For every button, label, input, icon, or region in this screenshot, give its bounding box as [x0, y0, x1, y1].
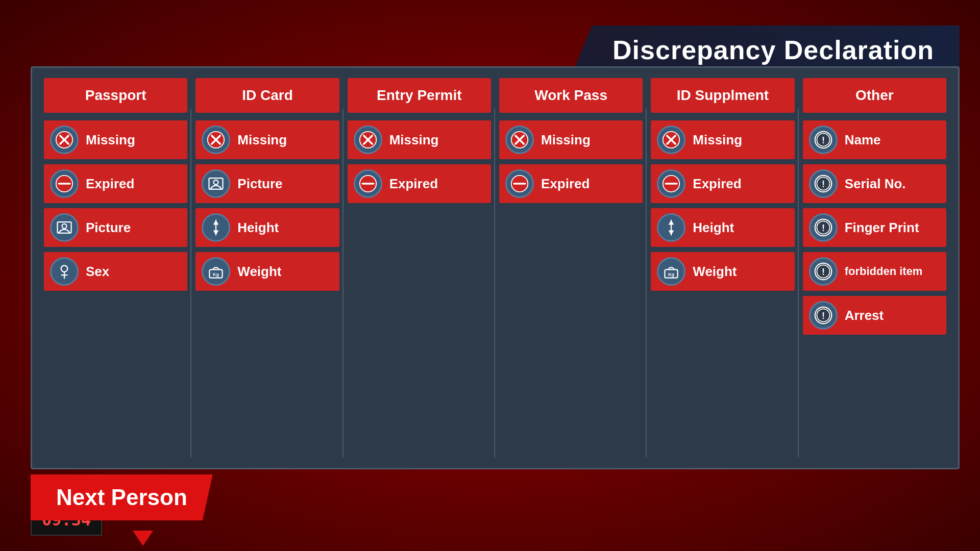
picture-icon-2	[202, 169, 230, 198]
svg-text:!: !	[822, 179, 825, 189]
column-header-id-supplment: ID Supplment	[651, 78, 794, 113]
other-serial-no[interactable]: ! Serial No.	[803, 164, 946, 203]
id-supplment-weight[interactable]: Kg Weight	[651, 252, 794, 291]
picture-icon	[50, 213, 79, 242]
no-icon-2	[354, 169, 382, 198]
passport-missing[interactable]: Missing	[44, 120, 187, 159]
entry-permit-missing[interactable]: Missing	[348, 120, 491, 159]
id-supplment-expired[interactable]: Expired	[651, 164, 794, 203]
page-title: Discrepancy Declaration	[612, 35, 934, 65]
no-icon-3	[505, 169, 534, 198]
exclaim-icon-5: !	[809, 301, 838, 330]
svg-text:!: !	[822, 135, 825, 145]
weight-icon: Kg	[202, 257, 230, 286]
x-icon-3	[354, 126, 382, 154]
no-icon	[50, 169, 79, 198]
svg-marker-35	[669, 230, 674, 235]
entry-permit-expired[interactable]: Expired	[348, 164, 491, 203]
sex-icon	[50, 257, 79, 286]
passport-picture[interactable]: Picture	[44, 208, 187, 247]
no-icon-4	[657, 169, 685, 198]
x-icon-2	[202, 126, 230, 154]
next-person-button[interactable]: Next Person	[31, 474, 213, 520]
main-container: Discrepancy Declaration Passport	[31, 26, 960, 531]
svg-text:Kg: Kg	[668, 272, 674, 277]
passport-sex[interactable]: Sex	[44, 252, 187, 291]
other-finger-print[interactable]: ! Finger Print	[803, 208, 946, 247]
svg-point-7	[61, 265, 68, 272]
column-header-entry-permit: Entry Permit	[348, 78, 491, 113]
passport-expired[interactable]: Expired	[44, 164, 187, 203]
x-icon-5	[657, 126, 685, 154]
weight-icon-2: Kg	[657, 257, 685, 286]
id-supplment-missing[interactable]: Missing	[651, 120, 794, 159]
other-arrest[interactable]: ! Arrest	[803, 296, 946, 335]
column-header-passport: Passport	[44, 78, 187, 113]
work-pass-missing[interactable]: Missing	[499, 120, 643, 159]
work-pass-expired[interactable]: Expired	[499, 164, 643, 203]
column-passport: Passport Missing	[40, 78, 191, 458]
column-id-supplment: ID Supplment Missing	[647, 78, 798, 458]
x-icon-4	[505, 126, 534, 154]
column-other: Other ! Name	[799, 78, 950, 458]
height-icon-2	[657, 213, 685, 242]
column-id-card: ID Card Missing	[191, 78, 343, 458]
id-supplment-height[interactable]: Height	[651, 208, 794, 247]
svg-marker-15	[213, 230, 219, 235]
svg-marker-14	[213, 220, 219, 225]
exclaim-icon: !	[809, 126, 838, 154]
column-entry-permit: Entry Permit Missing	[344, 78, 495, 458]
svg-point-6	[62, 224, 67, 229]
columns-container: Passport Missing	[32, 68, 958, 468]
id-card-height[interactable]: Height	[195, 208, 339, 247]
exclaim-icon-3: !	[809, 213, 838, 242]
exclaim-icon-4: !	[809, 257, 838, 286]
id-card-weight[interactable]: Kg Weight	[195, 252, 339, 291]
other-name[interactable]: ! Name	[803, 120, 946, 159]
svg-text:!: !	[822, 267, 825, 277]
other-forbidden-item[interactable]: ! forbidden item	[803, 252, 946, 291]
column-work-pass: Work Pass Missing	[495, 78, 647, 458]
x-icon	[50, 126, 79, 154]
height-icon	[202, 213, 230, 242]
svg-marker-34	[669, 220, 674, 225]
speech-bubble-tail	[133, 531, 153, 546]
svg-text:!: !	[822, 311, 825, 321]
id-card-picture[interactable]: Picture	[195, 164, 339, 203]
svg-text:Kg: Kg	[213, 272, 219, 277]
main-panel: Passport Missing	[31, 66, 960, 469]
column-header-id-card: ID Card	[195, 78, 339, 113]
id-card-missing[interactable]: Missing	[195, 120, 339, 159]
exclaim-icon-2: !	[809, 169, 838, 198]
column-header-work-pass: Work Pass	[499, 78, 643, 113]
column-header-other: Other	[803, 78, 946, 113]
svg-point-12	[214, 180, 218, 185]
svg-text:!: !	[822, 223, 825, 233]
